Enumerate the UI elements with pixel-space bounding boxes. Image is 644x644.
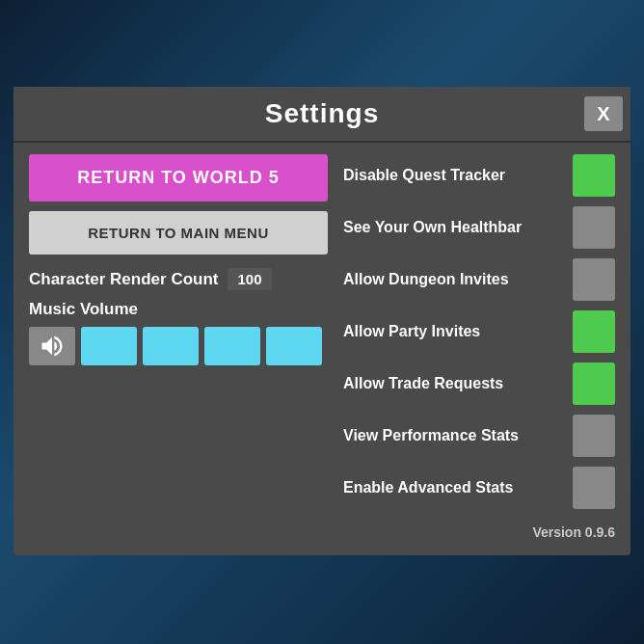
toggle-row: Allow Party Invites	[343, 310, 615, 353]
return-to-main-menu-button[interactable]: RETURN TO MAIN MENU	[29, 211, 328, 255]
toggle-button-5[interactable]	[573, 415, 615, 457]
toggle-button-2[interactable]	[573, 258, 615, 301]
character-render-value: 100	[228, 268, 271, 290]
toggle-button-6[interactable]	[573, 467, 615, 509]
return-to-world-button[interactable]: RETURN TO WORLD 5	[29, 154, 328, 201]
left-panel: RETURN TO WORLD 5 RETURN TO MAIN MENU Ch…	[29, 154, 328, 509]
toggle-row: Allow Trade Requests	[343, 362, 615, 405]
toggle-row: Disable Quest Tracker	[343, 154, 615, 197]
volume-icon	[39, 333, 66, 360]
volume-bar-2[interactable]	[143, 327, 199, 365]
volume-controls	[29, 327, 328, 365]
settings-modal: Settings X RETURN TO WORLD 5 RETURN TO M…	[13, 87, 631, 555]
toggle-label: Enable Advanced Stats	[343, 479, 513, 496]
music-volume-label: Music Volume	[29, 300, 328, 319]
modal-title: Settings	[265, 98, 379, 129]
toggle-label: View Performance Stats	[343, 427, 519, 444]
volume-bar-1[interactable]	[81, 327, 137, 365]
toggle-row: Allow Dungeon Invites	[343, 258, 615, 301]
modal-header: Settings X	[13, 87, 631, 143]
character-render-row: Character Render Count 100	[29, 268, 328, 290]
toggle-row: Enable Advanced Stats	[343, 467, 615, 509]
modal-body: RETURN TO WORLD 5 RETURN TO MAIN MENU Ch…	[13, 143, 631, 521]
toggle-label: Allow Trade Requests	[343, 375, 503, 392]
version-text: Version 0.9.6	[13, 521, 631, 540]
toggle-button-3[interactable]	[573, 310, 615, 353]
toggle-row: View Performance Stats	[343, 415, 615, 457]
toggle-label: See Your Own Healthbar	[343, 219, 522, 236]
toggle-label: Disable Quest Tracker	[343, 167, 505, 184]
toggle-row: See Your Own Healthbar	[343, 206, 615, 249]
right-panel: Disable Quest TrackerSee Your Own Health…	[343, 154, 615, 509]
character-render-label: Character Render Count	[29, 270, 218, 289]
volume-bar-3[interactable]	[204, 327, 260, 365]
volume-bar-4[interactable]	[266, 327, 322, 365]
close-button[interactable]: X	[584, 96, 623, 131]
toggle-label: Allow Dungeon Invites	[343, 271, 509, 288]
toggle-label: Allow Party Invites	[343, 323, 480, 340]
toggle-button-0[interactable]	[573, 154, 615, 197]
volume-icon-button[interactable]	[29, 327, 75, 365]
toggle-button-1[interactable]	[573, 206, 615, 249]
toggle-button-4[interactable]	[573, 362, 615, 405]
